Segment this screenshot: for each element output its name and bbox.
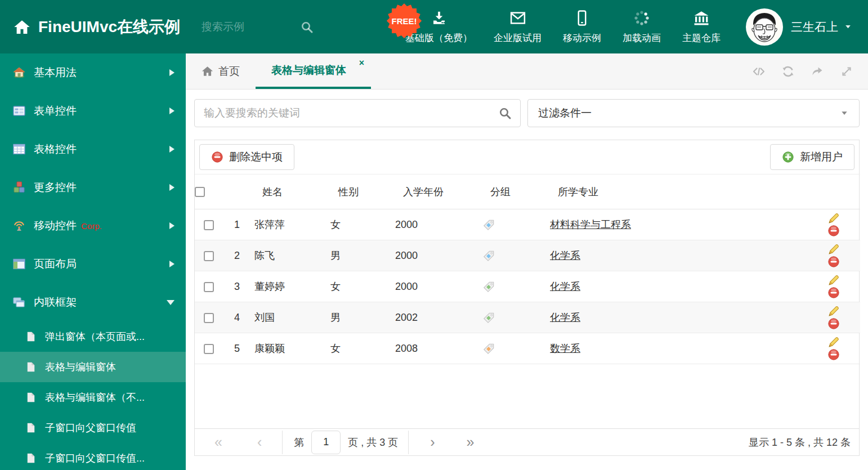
corp-badge: Corp. — [81, 221, 102, 231]
delete-icon[interactable] — [827, 287, 840, 299]
delete-selected-label: 删除选中项 — [229, 150, 283, 164]
sidebar-item[interactable]: 基本用法 — [0, 53, 186, 92]
major-link[interactable]: 数学系 — [550, 343, 580, 354]
plus-circle-icon — [782, 151, 794, 163]
page-suffix-label: 页 , 共 3 页 — [348, 436, 398, 449]
sidebar-subitem[interactable]: 弹出窗体（本页面或... — [0, 321, 186, 352]
chevron-icon — [169, 69, 175, 76]
sidebar-subitem[interactable]: 表格与编辑窗体 — [0, 352, 186, 382]
row-checkbox[interactable] — [204, 251, 214, 261]
tab-home-label: 首页 — [218, 64, 240, 79]
name-cell: 董婷婷 — [245, 271, 321, 302]
pagination-bar: « ‹ 第 页 , 共 3 页 › » 显示 1 - 5 条 , 共 12 条 — [195, 428, 859, 455]
column-header-year: 入学年份 — [386, 174, 473, 209]
header-nav-item[interactable]: 主题仓库 — [672, 10, 731, 44]
source-code-icon[interactable] — [752, 65, 766, 78]
sidebar-subitem[interactable]: 子窗口向父窗口传值... — [0, 443, 186, 470]
major-link[interactable]: 化学系 — [550, 281, 580, 292]
header-nav-icon — [633, 10, 650, 26]
sidebar-item-label: 页面布局 — [34, 257, 77, 271]
last-page-icon[interactable]: » — [467, 435, 475, 449]
major-link[interactable]: 化学系 — [550, 250, 580, 261]
sidebar-item[interactable]: 页面布局 — [0, 245, 186, 283]
header-nav-icon — [693, 10, 710, 26]
select-all-checkbox[interactable] — [195, 187, 205, 197]
header-nav-item[interactable]: 加载动画 — [612, 10, 672, 44]
header-nav-item[interactable]: 移动示例 — [552, 10, 612, 44]
row-checkbox[interactable] — [204, 220, 214, 230]
file-icon — [25, 452, 37, 464]
header-nav-icon — [574, 10, 590, 26]
major-link[interactable]: 材料科学与工程系 — [550, 219, 631, 230]
sidebar-subitem[interactable]: 表格与编辑窗体（不... — [0, 382, 186, 413]
add-user-button[interactable]: 新增用户 — [770, 144, 854, 170]
search-icon[interactable] — [498, 106, 512, 120]
sidebar-item-label: 表单控件 — [34, 104, 77, 118]
row-number-header — [223, 174, 245, 209]
year-cell: 2000 — [386, 240, 473, 271]
sidebar-item[interactable]: 内联框架 — [0, 283, 186, 321]
sidebar-item-label: 移动控件 — [34, 218, 77, 233]
edit-icon[interactable] — [827, 336, 840, 348]
header-nav-item[interactable]: 企业版试用 — [483, 10, 552, 44]
grid-toolbar: 删除选中项 新增用户 — [195, 140, 859, 174]
row-checkbox[interactable] — [204, 313, 214, 323]
open-in-new-icon[interactable] — [811, 65, 824, 78]
home-icon[interactable] — [14, 19, 30, 35]
row-checkbox[interactable] — [204, 282, 214, 292]
header-search-input[interactable] — [202, 21, 300, 33]
keyword-search-input[interactable] — [194, 99, 521, 127]
keyword-search — [194, 99, 521, 127]
close-icon[interactable]: × — [359, 59, 364, 68]
free-badge: FREE! — [386, 3, 422, 39]
fullscreen-icon[interactable] — [840, 65, 853, 78]
edit-icon[interactable] — [827, 305, 840, 317]
sidebar-subitem-label: 表格与编辑窗体（不... — [45, 391, 145, 404]
delete-icon[interactable] — [827, 225, 840, 237]
app-header: FineUIMvc在线示例 FREE! 基础版（免费） 企业版试用 移动示例 — [0, 0, 868, 53]
chevron-icon — [167, 300, 175, 305]
tab-home[interactable]: 首页 — [186, 53, 256, 89]
file-icon — [25, 391, 37, 404]
edit-icon[interactable] — [827, 274, 840, 287]
filter-dropdown[interactable]: 过滤条件一 — [527, 99, 860, 127]
sidebar-subitem[interactable]: 子窗口向父窗口传值 — [0, 413, 186, 443]
major-link[interactable]: 化学系 — [550, 312, 580, 323]
edit-icon[interactable] — [827, 243, 840, 256]
app-window: FineUIMvc在线示例 FREE! 基础版（免费） 企业版试用 移动示例 — [0, 0, 868, 470]
record-summary: 显示 1 - 5 条 , 共 12 条 — [749, 436, 851, 449]
delete-selected-button[interactable]: 删除选中项 — [199, 144, 294, 170]
search-icon[interactable] — [300, 20, 314, 34]
delete-icon[interactable] — [827, 348, 840, 361]
sidebar-item[interactable]: 表单控件 — [0, 92, 186, 130]
first-page-icon[interactable]: « — [214, 435, 222, 449]
row-checkbox[interactable] — [204, 344, 214, 354]
sidebar-item[interactable]: 移动控件 Corp. — [0, 207, 186, 245]
user-menu[interactable]: 三生石上 — [791, 19, 852, 35]
sidebar-item[interactable]: 更多控件 — [0, 168, 186, 207]
avatar-image — [746, 8, 783, 46]
edit-icon[interactable] — [827, 212, 840, 225]
header-nav-label: 主题仓库 — [682, 32, 721, 44]
chevron-icon — [169, 146, 175, 153]
tab-grid-edit-window[interactable]: 表格与编辑窗体 × — [256, 53, 371, 89]
table-row: 3 董婷婷 女 2000 化学系 — [195, 271, 860, 302]
sidebar-subitem-label: 子窗口向父窗口传值 — [45, 421, 136, 435]
avatar[interactable] — [746, 8, 783, 46]
header-nav: 基础版（免费） 企业版试用 移动示例 加载动画 主题仓库 — [395, 10, 731, 44]
page-number-input[interactable] — [311, 431, 341, 454]
sidebar-menu: 基本用法 表单控件 表格控件 更多控件 — [0, 53, 186, 321]
year-cell: 2000 — [386, 271, 473, 302]
pager-divider — [408, 431, 409, 454]
refresh-icon[interactable] — [781, 65, 795, 78]
delete-icon[interactable] — [827, 317, 840, 330]
delete-icon[interactable] — [827, 256, 840, 268]
sidebar-item-icon — [12, 181, 26, 194]
sidebar-item[interactable]: 表格控件 — [0, 130, 186, 168]
user-table: 姓名 性别 入学年份 分组 所学专业 1 — [195, 174, 860, 364]
name-cell: 陈飞 — [245, 240, 321, 271]
column-header-name: 姓名 — [245, 174, 321, 209]
sidebar-item-icon — [12, 142, 26, 156]
next-page-icon[interactable]: › — [430, 435, 435, 449]
prev-page-icon[interactable]: ‹ — [257, 435, 262, 449]
